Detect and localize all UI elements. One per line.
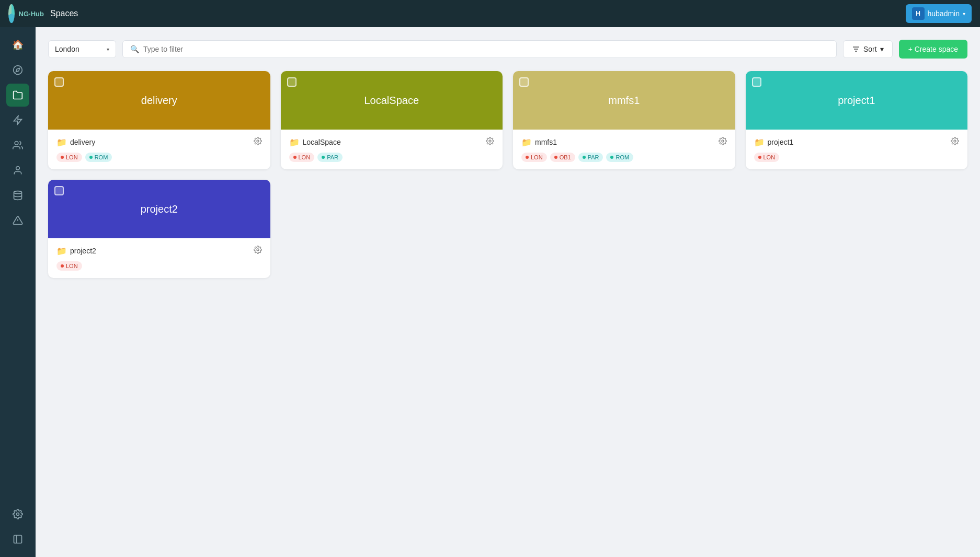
svg-point-15	[722, 140, 724, 142]
tag-label: LON	[66, 154, 78, 160]
chevron-down-icon: ▾	[107, 47, 109, 52]
card-header-title: project2	[141, 203, 178, 215]
logo: NG·Hub	[8, 4, 44, 23]
tag-lon: LON	[521, 153, 547, 162]
tag-lon: LON	[56, 153, 82, 162]
tag-label: ROM	[616, 154, 629, 160]
tag-label: PAR	[588, 154, 599, 160]
svg-point-14	[489, 140, 491, 142]
svg-point-16	[954, 140, 956, 142]
tag-dot	[610, 156, 613, 159]
create-space-button[interactable]: + Create space	[899, 40, 967, 59]
sidebar-item-layers[interactable]	[6, 184, 29, 207]
tags-container: LON	[56, 261, 262, 271]
space-name-label: LocalSpace	[303, 138, 341, 146]
card-checkbox[interactable]	[752, 77, 761, 87]
tag-dot	[583, 156, 586, 159]
sidebar-item-alert[interactable]	[6, 209, 29, 232]
tag-dot	[554, 156, 557, 159]
folder-icon: 📁	[754, 137, 765, 147]
card-name: 📁 LocalSpace	[289, 137, 341, 147]
tag-rom: ROM	[606, 153, 633, 162]
card-header: delivery	[48, 71, 270, 130]
toolbar: London ▾ 🔍 Sort ▾ + Create space	[48, 40, 967, 59]
card-body: 📁 delivery LON ROM	[48, 130, 270, 169]
sidebar-item-home[interactable]: 🏠	[6, 33, 29, 56]
space-card-localspace: LocalSpace 📁 LocalSpace LON	[281, 71, 503, 169]
tags-container: LON OB1 PAR ROM	[521, 153, 727, 162]
tag-dot	[322, 156, 325, 159]
main-content: London ▾ 🔍 Sort ▾ + Create space deliver…	[36, 27, 980, 557]
svg-point-13	[257, 140, 259, 142]
username-label: hubadmin	[928, 9, 960, 18]
card-name-row: 📁 project1	[754, 137, 960, 147]
card-name-row: 📁 delivery	[56, 137, 262, 147]
card-name: 📁 project2	[56, 246, 96, 256]
card-name: 📁 project1	[754, 137, 794, 147]
tag-lon: LON	[56, 261, 82, 271]
sort-chevron-icon: ▾	[880, 45, 884, 53]
svg-marker-1	[14, 116, 22, 125]
card-body: 📁 project1 LON	[746, 130, 968, 169]
card-header-title: delivery	[141, 95, 177, 107]
avatar: H	[912, 7, 925, 20]
card-name-row: 📁 mmfs1	[521, 137, 727, 147]
tag-dot	[293, 156, 297, 159]
sidebar-item-explore[interactable]	[6, 59, 29, 82]
card-checkbox[interactable]	[54, 77, 64, 87]
space-card-project2: project2 📁 project2 LON	[48, 180, 270, 278]
tag-label: PAR	[327, 154, 338, 160]
card-header-title: mmfs1	[608, 95, 640, 107]
page-title: Spaces	[50, 9, 906, 18]
tag-dot	[61, 264, 64, 268]
search-input[interactable]	[143, 45, 829, 53]
sidebar: 🏠	[0, 27, 36, 557]
svg-point-4	[14, 191, 22, 194]
gear-icon[interactable]	[254, 246, 262, 256]
svg-point-3	[16, 167, 20, 170]
sidebar-item-layout[interactable]	[6, 528, 29, 551]
gear-icon[interactable]	[719, 137, 727, 147]
space-name-label: project1	[768, 138, 794, 146]
card-body: 📁 project2 LON	[48, 238, 270, 278]
tag-label: LON	[531, 154, 543, 160]
card-body: 📁 mmfs1 LON OB1 PAR	[513, 130, 735, 169]
space-card-project1: project1 📁 project1 LON	[746, 71, 968, 169]
tags-container: LON PAR	[289, 153, 495, 162]
sidebar-item-team[interactable]	[6, 134, 29, 157]
card-header-title: project1	[838, 95, 875, 107]
space-card-delivery: delivery 📁 delivery LON	[48, 71, 270, 169]
tag-rom: ROM	[85, 153, 112, 162]
sidebar-item-lightning[interactable]	[6, 109, 29, 132]
svg-point-2	[15, 142, 18, 145]
space-card-mmfs1: mmfs1 📁 mmfs1 LON	[513, 71, 735, 169]
card-checkbox[interactable]	[287, 77, 297, 87]
search-icon: 🔍	[130, 45, 139, 53]
sidebar-item-user[interactable]	[6, 159, 29, 182]
sidebar-item-spaces[interactable]	[6, 84, 29, 107]
tag-ob1: OB1	[550, 153, 575, 162]
svg-point-7	[17, 513, 19, 516]
card-header: LocalSpace	[281, 71, 503, 130]
gear-icon[interactable]	[486, 137, 494, 147]
tag-label: LON	[299, 154, 311, 160]
location-filter[interactable]: London ▾	[48, 40, 116, 58]
card-header: project1	[746, 71, 968, 130]
card-checkbox[interactable]	[519, 77, 529, 87]
tags-container: LON	[754, 153, 960, 162]
sidebar-item-settings[interactable]	[6, 503, 29, 526]
sort-button[interactable]: Sort ▾	[843, 40, 893, 58]
card-header-title: LocalSpace	[364, 95, 419, 107]
tag-dot	[61, 156, 64, 159]
gear-icon[interactable]	[254, 137, 262, 147]
card-name-row: 📁 LocalSpace	[289, 137, 495, 147]
user-menu[interactable]: H hubadmin ▾	[906, 4, 972, 23]
chevron-down-icon: ▾	[963, 11, 965, 17]
svg-rect-8	[14, 536, 22, 543]
tag-label: LON	[66, 263, 78, 269]
gear-icon[interactable]	[951, 137, 959, 147]
tag-lon: LON	[754, 153, 780, 162]
folder-icon: 📁	[289, 137, 300, 147]
card-checkbox[interactable]	[54, 186, 64, 195]
tag-label: ROM	[95, 154, 108, 160]
